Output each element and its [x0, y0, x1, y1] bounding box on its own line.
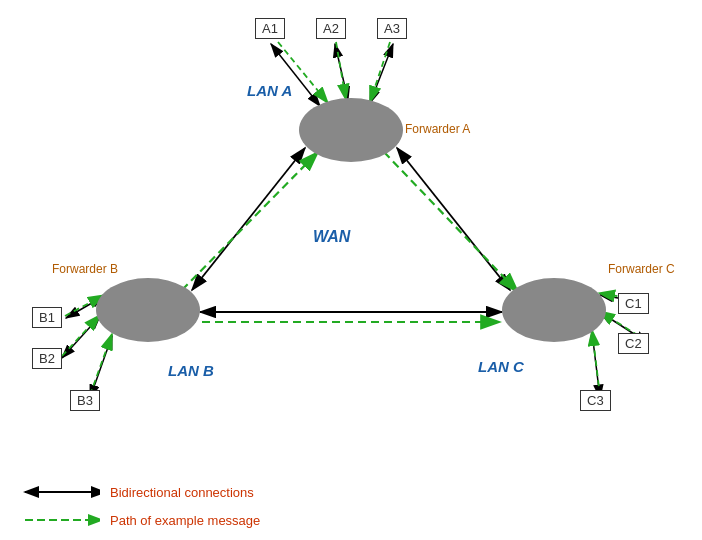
lan-b-label: LAN B	[168, 362, 214, 379]
lan-a-label: LAN A	[247, 82, 292, 99]
legend-black-arrow	[20, 482, 100, 502]
legend-path: Path of example message	[20, 510, 260, 530]
node-c1: C1	[618, 293, 649, 314]
svg-line-12	[370, 44, 393, 103]
svg-line-18	[90, 336, 112, 398]
svg-line-15	[370, 42, 390, 102]
node-a3: A3	[377, 18, 407, 39]
node-a2: A2	[316, 18, 346, 39]
svg-line-7	[182, 152, 318, 290]
forwarder-a-ellipse	[299, 98, 403, 162]
diagram-container: A1 A2 A3 Forwarder A LAN A WAN Forwarder…	[0, 0, 702, 480]
svg-line-14	[336, 42, 346, 100]
node-c3: C3	[580, 390, 611, 411]
svg-line-11	[335, 44, 348, 100]
svg-line-21	[90, 334, 112, 395]
node-b2: B2	[32, 348, 62, 369]
node-c2: C2	[618, 333, 649, 354]
forwarder-c-ellipse	[502, 278, 606, 342]
legend-path-label: Path of example message	[110, 513, 260, 528]
legend-green-arrow	[20, 510, 100, 530]
svg-line-5	[397, 148, 510, 290]
legend-green-arrow-svg	[20, 510, 100, 530]
svg-line-27	[592, 330, 600, 396]
forwarder-b-ellipse	[96, 278, 200, 342]
legend: Bidirectional connections Path of exampl…	[20, 482, 260, 530]
svg-line-24	[592, 332, 600, 398]
legend-black-arrow-svg	[20, 482, 100, 502]
node-a1: A1	[255, 18, 285, 39]
forwarder-b-label: Forwarder B	[52, 262, 118, 276]
forwarder-a-label: Forwarder A	[405, 122, 470, 136]
lan-c-label: LAN C	[478, 358, 524, 375]
svg-line-8	[384, 152, 518, 292]
wan-label: WAN	[313, 228, 350, 246]
svg-line-20	[62, 315, 100, 356]
svg-line-17	[62, 316, 100, 358]
node-b3: B3	[70, 390, 100, 411]
forwarder-c-label: Forwarder C	[608, 262, 675, 276]
node-b1: B1	[32, 307, 62, 328]
legend-bidirectional: Bidirectional connections	[20, 482, 260, 502]
svg-line-4	[192, 148, 305, 290]
legend-bidirectional-label: Bidirectional connections	[110, 485, 254, 500]
